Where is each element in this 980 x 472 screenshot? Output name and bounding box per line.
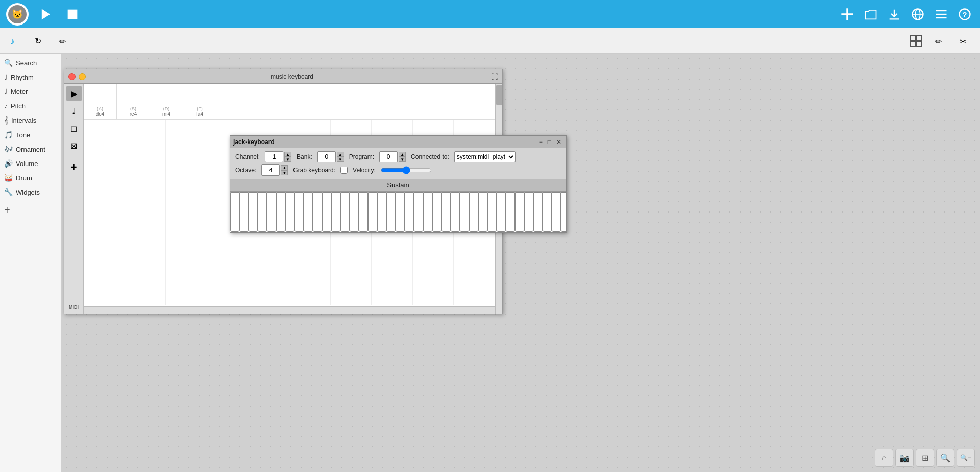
jk-close-button[interactable]: ✕ xyxy=(555,138,563,146)
white-key[interactable] xyxy=(524,192,533,232)
mk-scrollbar-bottom[interactable] xyxy=(84,306,495,314)
sidebar-item-drum[interactable]: 🥁 Drum xyxy=(0,171,61,185)
play-button[interactable] xyxy=(37,5,55,23)
fit-view-button[interactable]: ⊞ xyxy=(916,449,934,467)
white-key[interactable] xyxy=(249,192,258,232)
bank-down[interactable]: ▼ xyxy=(337,157,344,162)
window-maximize-button[interactable]: ⛶ xyxy=(491,73,498,81)
white-key[interactable] xyxy=(414,192,423,232)
window-close-button[interactable] xyxy=(68,73,76,80)
main-canvas[interactable]: ✕ start 🐱 set instrument ▶ guitar set pi xyxy=(61,54,980,472)
white-key[interactable] xyxy=(258,192,267,232)
jk-piano[interactable] xyxy=(230,192,566,232)
zoom-out-button[interactable]: 🔍− xyxy=(957,449,975,467)
mk-erase2-button[interactable]: ⊠ xyxy=(66,138,82,153)
menu-button[interactable] xyxy=(932,5,950,23)
mk-scrollbar-thumb[interactable] xyxy=(496,85,502,105)
white-key[interactable] xyxy=(469,192,478,232)
octave-up[interactable]: ▲ xyxy=(281,165,288,170)
white-key[interactable] xyxy=(451,192,460,232)
white-key[interactable] xyxy=(543,192,552,232)
white-key[interactable] xyxy=(340,192,350,232)
sidebar-item-search[interactable]: 🔍 Search xyxy=(0,56,61,70)
white-key[interactable] xyxy=(359,192,368,232)
sidebar-add-button[interactable]: + xyxy=(0,201,61,219)
white-key[interactable] xyxy=(515,192,524,232)
sidebar-item-pitch[interactable]: ♪ Pitch xyxy=(0,99,61,113)
white-key[interactable] xyxy=(368,192,377,232)
bank-input[interactable] xyxy=(317,151,336,162)
grab-keyboard-checkbox[interactable] xyxy=(340,167,348,174)
sidebar-item-intervals[interactable]: 𝄞 Intervals xyxy=(0,113,61,128)
help-button[interactable]: ? xyxy=(955,5,974,23)
connected-select[interactable]: system:midi_playt xyxy=(454,151,516,162)
cut-button[interactable]: ✂ xyxy=(953,32,976,50)
window-minimize-button[interactable] xyxy=(79,73,86,80)
sidebar-item-rhythm[interactable]: ♩ Rhythm xyxy=(0,70,61,84)
white-key[interactable] xyxy=(377,192,386,232)
loop-button[interactable]: ↻ xyxy=(29,32,51,50)
music-keyboard-titlebar[interactable]: music keyboard ⛶ xyxy=(64,69,502,84)
piano-keys[interactable] xyxy=(230,192,566,232)
open-button[interactable] xyxy=(862,5,880,23)
white-key[interactable] xyxy=(276,192,285,232)
white-key[interactable] xyxy=(497,192,506,232)
white-key[interactable] xyxy=(460,192,469,232)
edit-button[interactable]: ✏ xyxy=(929,32,951,50)
mk-erase-button[interactable]: ◻ xyxy=(66,121,82,136)
white-key[interactable] xyxy=(350,192,359,232)
channel-up[interactable]: ▲ xyxy=(284,152,291,157)
channel-input[interactable] xyxy=(265,151,283,162)
sidebar-item-volume[interactable]: 🔊 Volume xyxy=(0,156,61,171)
white-key[interactable] xyxy=(267,192,276,232)
white-key[interactable] xyxy=(313,192,322,232)
sidebar-item-ornament[interactable]: 🎶 Ornament xyxy=(0,142,61,156)
sidebar-item-meter[interactable]: ♩ Meter xyxy=(0,84,61,99)
white-key[interactable] xyxy=(331,192,340,232)
jk-min-button[interactable]: − xyxy=(537,138,544,146)
white-key[interactable] xyxy=(230,192,239,232)
white-key[interactable] xyxy=(295,192,304,232)
velocity-slider[interactable] xyxy=(381,166,432,174)
white-key[interactable] xyxy=(423,192,432,232)
jk-max-button[interactable]: □ xyxy=(546,138,553,146)
white-key[interactable] xyxy=(432,192,442,232)
sidebar-item-tone[interactable]: 🎵 Tone xyxy=(0,128,61,142)
new-button[interactable] xyxy=(838,5,856,23)
white-key[interactable] xyxy=(478,192,487,232)
mk-note-button[interactable]: ♩ xyxy=(66,103,82,119)
octave-down[interactable]: ▼ xyxy=(281,170,288,175)
white-key[interactable] xyxy=(561,192,566,232)
jk-titlebar[interactable]: jack-keyboard − □ ✕ xyxy=(230,136,566,148)
white-key[interactable] xyxy=(442,192,451,232)
white-key[interactable] xyxy=(239,192,249,232)
download-button[interactable] xyxy=(885,5,903,23)
sidebar-item-widgets[interactable]: 🔧 Widgets xyxy=(0,185,61,199)
pencil-button[interactable]: ✏ xyxy=(53,32,76,50)
sustain-bar[interactable]: Sustain xyxy=(230,179,566,192)
bank-up[interactable]: ▲ xyxy=(337,152,344,157)
white-key[interactable] xyxy=(405,192,414,232)
program-input[interactable] xyxy=(379,151,398,162)
white-key[interactable] xyxy=(533,192,543,232)
home-view-button[interactable]: ⌂ xyxy=(875,449,893,467)
white-key[interactable] xyxy=(285,192,295,232)
stop-button[interactable] xyxy=(63,5,82,23)
camera-button[interactable]: 📷 xyxy=(895,449,914,467)
white-key[interactable] xyxy=(396,192,405,232)
program-up[interactable]: ▲ xyxy=(399,152,406,157)
zoom-in-button[interactable]: 🔍 xyxy=(936,449,954,467)
globe-button[interactable] xyxy=(909,5,927,23)
white-key[interactable] xyxy=(322,192,331,232)
octave-input[interactable] xyxy=(261,164,280,176)
white-key[interactable] xyxy=(386,192,396,232)
white-key[interactable] xyxy=(506,192,515,232)
white-key[interactable] xyxy=(552,192,561,232)
channel-down[interactable]: ▼ xyxy=(284,157,291,162)
grid-view-button[interactable] xyxy=(904,32,927,50)
mk-add-button[interactable]: + xyxy=(66,159,82,175)
music-blocks-button[interactable]: ♪ xyxy=(4,32,27,50)
mk-play-button[interactable]: ▶ xyxy=(66,86,82,101)
white-key[interactable] xyxy=(487,192,497,232)
white-key[interactable] xyxy=(304,192,313,232)
